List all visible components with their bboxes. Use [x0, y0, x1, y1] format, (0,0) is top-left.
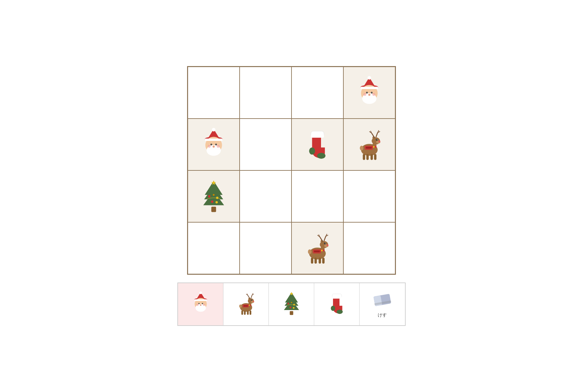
grid-cell-r2-c0[interactable] — [188, 170, 240, 222]
svg-point-22 — [208, 145, 211, 148]
svg-point-32 — [378, 141, 380, 143]
toolbar-item-eraser[interactable]: けす — [360, 283, 405, 325]
grid-cell-r2-c1[interactable] — [240, 170, 292, 222]
svg-point-8 — [368, 94, 370, 96]
toolbar-item-santa[interactable] — [178, 283, 223, 325]
svg-rect-80 — [322, 258, 325, 263]
svg-point-126 — [290, 306, 291, 308]
grid-cell-r1-c1[interactable] — [240, 119, 292, 170]
toolbar-item-stocking[interactable] — [314, 283, 360, 325]
toolbar-item-reindeer[interactable] — [223, 283, 269, 325]
svg-rect-113 — [244, 310, 245, 315]
santa-icon — [188, 291, 214, 318]
svg-rect-115 — [249, 310, 251, 315]
svg-point-60 — [213, 194, 215, 196]
svg-point-2 — [368, 76, 371, 80]
svg-point-131 — [331, 306, 335, 311]
reindeer-icon — [233, 291, 259, 318]
svg-point-116 — [239, 305, 242, 308]
svg-rect-83 — [314, 250, 320, 252]
svg-rect-9 — [361, 87, 378, 89]
svg-point-86 — [199, 292, 202, 294]
svg-point-128 — [291, 302, 292, 303]
svg-point-58 — [211, 201, 213, 203]
svg-rect-51 — [211, 207, 216, 212]
grid-cell-r1-c2[interactable] — [292, 119, 343, 170]
grid-cell-r0-c3[interactable] — [343, 67, 395, 119]
toolbar-item-label-eraser: けす — [378, 312, 387, 318]
svg-rect-119 — [290, 311, 293, 315]
svg-rect-79 — [319, 258, 321, 263]
grid-cell-r3-c0[interactable] — [188, 222, 240, 274]
svg-rect-93 — [194, 299, 207, 301]
grid-cell-r1-c3[interactable] — [343, 119, 395, 170]
stocking-icon — [324, 291, 350, 318]
svg-point-102 — [251, 300, 252, 300]
svg-point-6 — [366, 92, 368, 94]
svg-rect-78 — [315, 258, 317, 263]
svg-rect-44 — [363, 154, 365, 160]
svg-rect-45 — [366, 154, 369, 160]
main-container: けす — [164, 53, 419, 339]
toolbar: けす — [177, 282, 406, 326]
svg-rect-46 — [371, 154, 373, 160]
eraser-icon — [373, 290, 392, 311]
svg-point-127 — [293, 307, 294, 309]
svg-rect-132 — [332, 296, 341, 299]
svg-point-18 — [210, 144, 212, 145]
svg-point-7 — [371, 92, 373, 94]
grid-cell-r3-c3[interactable] — [343, 222, 395, 274]
svg-point-95 — [203, 304, 205, 306]
svg-point-26 — [309, 147, 315, 155]
svg-point-19 — [215, 144, 217, 145]
grid-cell-r2-c2[interactable] — [292, 170, 343, 222]
grid-cell-r3-c1[interactable] — [240, 222, 292, 274]
grid-cell-r0-c1[interactable] — [240, 67, 292, 119]
svg-rect-77 — [311, 258, 313, 263]
svg-point-81 — [308, 249, 312, 254]
svg-point-25 — [317, 153, 326, 159]
grid-cell-r3-c2[interactable] — [292, 222, 343, 274]
grid-board — [187, 66, 396, 275]
svg-line-39 — [376, 133, 378, 137]
svg-point-130 — [337, 310, 343, 314]
svg-rect-50 — [366, 147, 372, 149]
svg-point-33 — [376, 139, 378, 141]
grid-cell-r2-c3[interactable] — [343, 170, 395, 222]
svg-point-23 — [217, 145, 220, 148]
svg-rect-47 — [374, 154, 376, 160]
svg-rect-118 — [244, 305, 248, 306]
svg-point-94 — [196, 304, 198, 306]
grid-cell-r0-c0[interactable] — [188, 67, 240, 119]
svg-line-107 — [251, 295, 252, 298]
svg-point-48 — [360, 146, 363, 151]
svg-point-124 — [287, 303, 289, 304]
svg-point-101 — [251, 299, 252, 301]
svg-point-11 — [372, 93, 375, 96]
svg-rect-112 — [241, 310, 243, 315]
svg-point-66 — [324, 243, 326, 245]
svg-rect-27 — [311, 134, 324, 138]
svg-point-91 — [202, 303, 203, 304]
toolbar-item-tree[interactable] — [269, 283, 314, 325]
svg-point-20 — [213, 145, 215, 147]
svg-point-56 — [208, 195, 210, 197]
svg-point-34 — [377, 139, 377, 140]
svg-point-43 — [373, 146, 375, 148]
svg-line-72 — [324, 236, 326, 241]
svg-point-92 — [200, 304, 201, 306]
svg-point-59 — [216, 201, 218, 203]
tree-icon — [279, 291, 304, 318]
svg-point-67 — [325, 243, 326, 244]
grid-cell-r0-c2[interactable] — [292, 67, 343, 119]
svg-rect-114 — [247, 310, 248, 315]
svg-point-100 — [253, 301, 254, 302]
svg-rect-21 — [205, 139, 223, 141]
svg-point-111 — [249, 305, 250, 306]
svg-point-14 — [212, 128, 216, 132]
svg-point-76 — [321, 250, 323, 252]
svg-point-65 — [327, 244, 328, 246]
svg-point-90 — [198, 303, 199, 304]
grid-cell-r1-c0[interactable] — [188, 119, 240, 170]
svg-point-10 — [363, 93, 366, 96]
